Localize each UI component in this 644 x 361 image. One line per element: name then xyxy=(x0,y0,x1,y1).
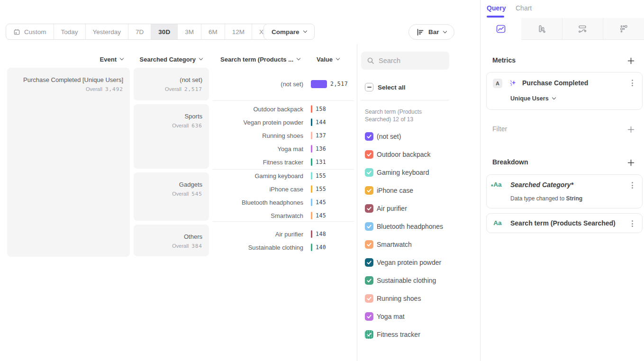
category-cell[interactable]: OthersOverall384 xyxy=(134,225,209,256)
category-cell[interactable]: (not set)Overall2,517 xyxy=(134,68,209,100)
chevron-down-icon xyxy=(552,96,555,99)
tab-insights[interactable] xyxy=(481,18,521,40)
filter-item[interactable]: Gaming keyboard xyxy=(365,168,429,177)
insights-report-page: CustomTodayYesterday7D30D3M6M12MXTD Comp… xyxy=(0,0,644,361)
event-overall: Overall3,492 xyxy=(7,86,123,92)
value-bar[interactable] xyxy=(311,158,312,166)
add-filter-button[interactable] xyxy=(626,125,635,134)
search-term-row[interactable]: iPhone case155 xyxy=(213,182,354,196)
filter-item[interactable]: Vegan protein powder xyxy=(365,258,441,267)
search-term-row[interactable]: Air purifier148 xyxy=(213,227,354,241)
search-term-row[interactable]: Fitness tracker131 xyxy=(213,155,354,169)
tab-flows[interactable] xyxy=(562,18,603,40)
filter-item[interactable]: Sustainable clothing xyxy=(365,276,436,285)
column-header-search-term[interactable]: Search term (Products ... xyxy=(213,54,300,64)
filter-item[interactable]: Smartwatch xyxy=(365,240,412,249)
filter-item[interactable]: Bluetooth headphones xyxy=(365,222,443,231)
insights-chart-icon xyxy=(495,23,507,35)
filter-item[interactable]: iPhone case xyxy=(365,186,413,195)
column-header-searched-category[interactable]: Searched Category xyxy=(134,54,202,64)
search-term-row[interactable]: Yoga mat136 xyxy=(213,142,354,155)
category-name: (not set) xyxy=(134,76,202,83)
filter-item[interactable]: Fitness tracker xyxy=(365,330,420,339)
search-input[interactable] xyxy=(379,57,444,64)
filter-item-label: Sustainable clothing xyxy=(377,277,436,284)
select-all-label: Select all xyxy=(378,84,406,91)
chart-type-button[interactable]: Bar xyxy=(408,24,454,40)
date-range-7d[interactable]: 7D xyxy=(128,24,151,39)
search-term-row[interactable]: Running shoes137 xyxy=(213,129,354,142)
column-header-event[interactable]: Event xyxy=(7,54,123,64)
value-bar[interactable] xyxy=(311,105,312,113)
value-bar[interactable] xyxy=(311,230,312,238)
value-bar[interactable] xyxy=(311,118,312,126)
date-range-label: Yesterday xyxy=(93,28,121,36)
filter-item[interactable]: (not set) xyxy=(365,132,401,141)
checkbox-icon xyxy=(365,186,373,195)
breakdown-card-searched-category[interactable]: Aa* Searched Category* Data type changed… xyxy=(486,174,643,208)
date-range-30d[interactable]: 30D xyxy=(151,24,178,39)
date-range-label: Today xyxy=(61,28,78,36)
filter-item[interactable]: Outdoor backpack xyxy=(365,150,431,159)
filter-item[interactable]: Running shoes xyxy=(365,294,421,303)
search-term-row[interactable]: Outdoor backpack158 xyxy=(213,102,354,116)
date-range-yesterday[interactable]: Yesterday xyxy=(86,24,129,39)
category-name: Others xyxy=(134,233,202,240)
value-bar[interactable] xyxy=(311,145,312,153)
breakdown-options-kebab-icon[interactable] xyxy=(628,219,636,228)
value-bar[interactable] xyxy=(311,132,312,139)
value-bar[interactable] xyxy=(311,212,312,219)
value-bar[interactable] xyxy=(311,172,312,180)
value-bar[interactable] xyxy=(311,80,327,88)
date-range-custom[interactable]: Custom xyxy=(6,24,54,39)
filter-item[interactable]: Yoga mat xyxy=(365,312,405,321)
value-bar[interactable] xyxy=(311,244,312,251)
tab-query[interactable]: Query xyxy=(487,0,506,16)
search-term-row[interactable]: Bluetooth headphones145 xyxy=(213,196,354,209)
checkbox-icon xyxy=(365,240,373,249)
add-metric-button[interactable] xyxy=(626,56,635,65)
add-breakdown-button[interactable] xyxy=(626,158,635,167)
search-term-row[interactable]: Sustainable clothing140 xyxy=(213,241,354,254)
event-name: Purchase Completed [Unique Users] xyxy=(7,76,123,83)
date-range-12m[interactable]: 12M xyxy=(225,24,252,39)
chevron-down-icon xyxy=(336,56,340,60)
filter-item-label: (not set) xyxy=(377,133,401,140)
metric-card[interactable]: A Purchase Completed Unique Users xyxy=(486,72,643,110)
date-range-today[interactable]: Today xyxy=(54,24,86,39)
search-term-label: Smartwatch xyxy=(213,212,303,219)
value-label: 131 xyxy=(316,159,326,165)
category-name: Gadgets xyxy=(134,181,202,188)
tab-chart[interactable]: Chart xyxy=(516,0,532,16)
filter-item[interactable]: Air purifier xyxy=(365,204,407,213)
compare-button[interactable]: Compare xyxy=(263,24,315,40)
search-term-row[interactable]: Vegan protein powder144 xyxy=(213,116,354,129)
metric-options-kebab-icon[interactable] xyxy=(628,79,636,87)
series-list-label: Search term (Products Searched) 12 of 13 xyxy=(365,108,444,123)
date-range-3m[interactable]: 3M xyxy=(178,24,201,39)
date-range-control: CustomTodayYesterday7D30D3M6M12MXTD xyxy=(6,24,286,40)
search-term-label: Running shoes xyxy=(213,132,303,139)
date-range-6m[interactable]: 6M xyxy=(201,24,225,39)
select-all-checkbox[interactable]: Select all xyxy=(365,83,406,91)
value-bar[interactable] xyxy=(311,199,312,206)
event-cell[interactable]: Purchase Completed [Unique Users] Overal… xyxy=(7,68,130,257)
value-label: 137 xyxy=(316,132,326,139)
search-term-row[interactable]: Gaming keyboard155 xyxy=(213,169,354,182)
breakdown-options-kebab-icon[interactable] xyxy=(628,181,636,190)
column-header-value[interactable]: Value xyxy=(317,54,350,64)
breakdown-card-search-term[interactable]: Aa Search term (Products Searched) xyxy=(486,213,643,233)
value-bar[interactable] xyxy=(311,185,312,193)
search-term-row[interactable]: (not set)2,517 xyxy=(213,77,354,90)
aggregation-selector[interactable]: Unique Users xyxy=(510,95,555,102)
tab-funnels[interactable] xyxy=(521,18,562,40)
event-sparkle-icon xyxy=(509,79,517,87)
search-term-row[interactable]: Smartwatch145 xyxy=(213,209,354,222)
category-cell[interactable]: GadgetsOverall545 xyxy=(134,172,209,221)
chevron-down-icon xyxy=(199,56,203,60)
checkbox-icon xyxy=(365,150,373,159)
series-search-box[interactable] xyxy=(361,52,449,70)
category-cell[interactable]: SportsOverall636 xyxy=(134,104,209,169)
tab-retention[interactable] xyxy=(603,18,644,40)
metrics-section-title: Metrics xyxy=(492,56,516,64)
